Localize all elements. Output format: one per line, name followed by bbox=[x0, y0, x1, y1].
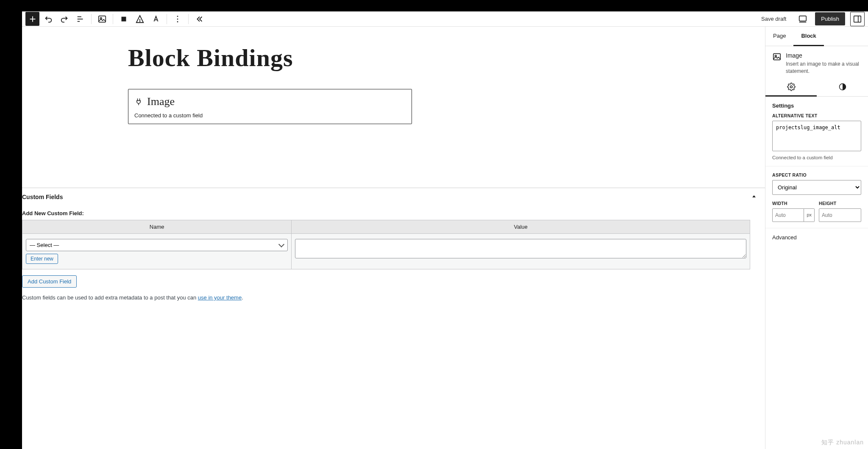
toolbar-divider bbox=[91, 14, 92, 24]
add-new-custom-field-label: Add New Custom Field: bbox=[22, 210, 765, 216]
document-overview-button[interactable] bbox=[73, 12, 88, 26]
cf-col-value: Value bbox=[292, 220, 750, 234]
align-button[interactable] bbox=[117, 12, 131, 26]
image-block[interactable]: Image Connected to a custom field bbox=[128, 89, 412, 124]
svg-point-9 bbox=[140, 21, 140, 22]
binding-icon bbox=[134, 97, 143, 106]
svg-point-21 bbox=[790, 86, 792, 88]
preview-button[interactable] bbox=[796, 12, 810, 26]
custom-fields-panel: Custom Fields Add New Custom Field: Name… bbox=[22, 188, 765, 308]
settings-sidebar: Page Block Image Insert an image to make… bbox=[765, 27, 868, 449]
image-block-label: Image bbox=[147, 95, 175, 108]
more-options-button[interactable] bbox=[170, 12, 185, 26]
top-toolbar: Save draft Publish bbox=[22, 11, 868, 27]
width-label: WIDTH bbox=[772, 201, 815, 206]
aspect-ratio-select[interactable]: Original bbox=[772, 180, 861, 195]
cf-value-textarea[interactable] bbox=[295, 239, 746, 258]
image-block-connected-text: Connected to a custom field bbox=[134, 112, 406, 119]
custom-fields-table: Name Value — Select — bbox=[22, 220, 750, 269]
publish-button[interactable]: Publish bbox=[815, 12, 845, 25]
text-button[interactable] bbox=[149, 12, 163, 26]
subtab-settings[interactable] bbox=[765, 78, 817, 97]
collapse-toolbar-button[interactable] bbox=[192, 12, 206, 26]
undo-button[interactable] bbox=[41, 12, 56, 26]
cf-help-text: Custom fields can be used to add extra m… bbox=[22, 294, 765, 301]
settings-panel-toggle[interactable] bbox=[850, 12, 865, 26]
block-type-icon bbox=[772, 52, 782, 61]
svg-rect-14 bbox=[799, 16, 807, 21]
caption-button[interactable] bbox=[133, 12, 147, 26]
height-input[interactable] bbox=[819, 208, 861, 222]
add-custom-field-button[interactable]: Add Custom Field bbox=[22, 275, 77, 288]
editor-canvas: Block Bindings Image Connected to a cust… bbox=[22, 27, 765, 449]
height-label: HEIGHT bbox=[819, 201, 861, 206]
settings-heading: Settings bbox=[772, 103, 861, 109]
toolbar-divider bbox=[113, 14, 113, 24]
aspect-ratio-label: ASPECT RATIO bbox=[772, 172, 861, 177]
svg-rect-19 bbox=[773, 54, 781, 60]
custom-fields-title: Custom Fields bbox=[22, 194, 63, 200]
svg-rect-16 bbox=[854, 16, 861, 22]
toolbar-divider bbox=[188, 14, 189, 24]
advanced-panel-toggle[interactable]: Advanced bbox=[765, 228, 868, 247]
svg-point-13 bbox=[177, 21, 178, 22]
svg-rect-7 bbox=[122, 17, 126, 21]
alt-text-input[interactable]: projectslug_image_alt bbox=[772, 121, 861, 151]
alt-text-label: ALTERNATIVE TEXT bbox=[772, 113, 861, 118]
subtab-styles[interactable] bbox=[817, 78, 868, 96]
save-draft-button[interactable]: Save draft bbox=[757, 13, 790, 25]
add-block-button[interactable] bbox=[25, 12, 39, 26]
tab-block[interactable]: Block bbox=[793, 27, 823, 46]
block-image-icon[interactable] bbox=[95, 12, 109, 26]
svg-point-12 bbox=[177, 18, 178, 19]
cf-help-link[interactable]: use in your theme bbox=[198, 294, 242, 301]
cf-name-select[interactable]: — Select — bbox=[26, 239, 288, 251]
width-unit[interactable]: px bbox=[804, 208, 815, 222]
tab-page[interactable]: Page bbox=[765, 27, 793, 46]
block-type-name: Image bbox=[786, 52, 861, 59]
width-input[interactable] bbox=[772, 208, 804, 222]
svg-rect-5 bbox=[99, 16, 106, 22]
alt-text-hint: Connected to a custom field bbox=[772, 155, 861, 160]
redo-button[interactable] bbox=[57, 12, 72, 26]
block-type-desc: Insert an image to make a visual stateme… bbox=[786, 61, 861, 75]
cf-enter-new-button[interactable]: Enter new bbox=[26, 254, 58, 264]
cf-col-name: Name bbox=[22, 220, 292, 234]
post-title[interactable]: Block Bindings bbox=[128, 44, 765, 72]
toolbar-divider bbox=[167, 14, 167, 24]
custom-fields-toggle[interactable] bbox=[748, 191, 760, 202]
svg-point-11 bbox=[177, 16, 178, 17]
